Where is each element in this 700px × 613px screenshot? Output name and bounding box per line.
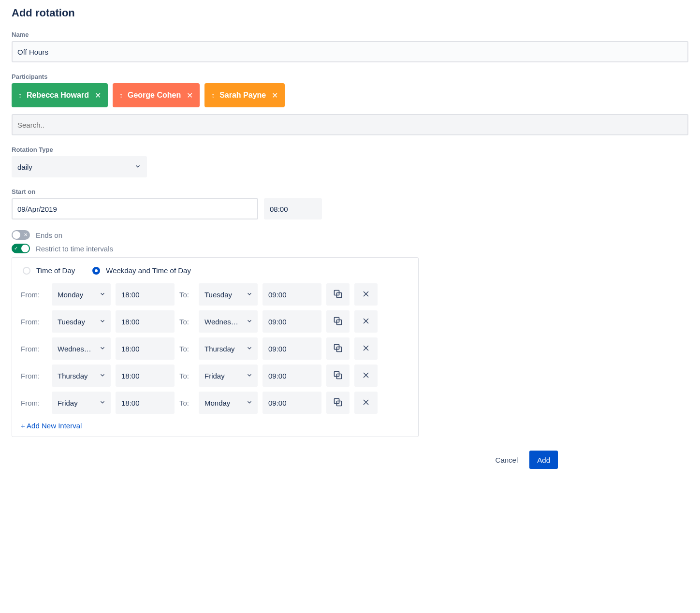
copy-icon <box>333 397 343 409</box>
radio-icon <box>92 267 100 275</box>
interval-row: From:Wednesday18:00To:Thursday09:00 <box>21 337 409 360</box>
participants-block: Participants ↕Rebecca Howard✕↕George Coh… <box>12 73 688 135</box>
participant-chip[interactable]: ↕Sarah Payne✕ <box>204 83 285 107</box>
ends-on-row: ✕ Ends on <box>12 230 688 240</box>
interval-row: From:Thursday18:00To:Friday09:00 <box>21 365 409 387</box>
to-day-select[interactable]: Thursday <box>199 337 258 360</box>
remove-interval-button[interactable] <box>354 310 378 333</box>
name-input[interactable] <box>12 41 688 62</box>
duplicate-interval-button[interactable] <box>326 283 350 306</box>
from-day-value: Wednesday <box>58 345 95 353</box>
to-time-input[interactable]: 09:00 <box>262 337 321 360</box>
from-day-select[interactable]: Monday <box>52 283 111 306</box>
from-day-select[interactable]: Wednesday <box>52 337 111 360</box>
to-day-select[interactable]: Friday <box>199 365 258 387</box>
restrict-label: Restrict to time intervals <box>36 245 113 253</box>
chevron-down-icon <box>246 291 253 299</box>
radio-weekday-time[interactable]: Weekday and Time of Day <box>92 266 191 275</box>
chevron-down-icon <box>99 345 106 353</box>
to-time-value: 09:00 <box>268 318 287 326</box>
close-icon <box>361 343 371 354</box>
add-interval-link[interactable]: + Add New Interval <box>21 422 82 430</box>
from-day-select[interactable]: Friday <box>52 392 111 414</box>
participant-chip[interactable]: ↕George Cohen✕ <box>113 83 200 107</box>
to-label: To: <box>179 345 194 353</box>
to-time-input[interactable]: 09:00 <box>262 310 321 333</box>
duplicate-interval-button[interactable] <box>326 392 350 414</box>
copy-icon <box>333 370 343 381</box>
dialog-footer: Cancel Add <box>12 451 558 469</box>
from-day-value: Tuesday <box>58 318 85 326</box>
radio-time-of-day[interactable]: Time of Day <box>23 266 75 275</box>
to-day-value: Tuesday <box>204 291 232 299</box>
rotation-type-select[interactable]: daily <box>12 156 147 177</box>
drag-handle-icon[interactable]: ↕ <box>119 91 123 99</box>
remove-icon[interactable]: ✕ <box>187 91 193 100</box>
radio-icon <box>23 267 30 275</box>
interval-row: From:Monday18:00To:Tuesday09:00 <box>21 283 409 306</box>
participant-chip[interactable]: ↕Rebecca Howard✕ <box>12 83 108 107</box>
to-day-value: Wednesday <box>204 318 242 326</box>
from-day-select[interactable]: Tuesday <box>52 310 111 333</box>
remove-interval-button[interactable] <box>354 337 378 360</box>
copy-icon <box>333 289 343 300</box>
start-date-input[interactable]: 09/Apr/2019 <box>12 198 258 219</box>
to-label: To: <box>179 291 194 299</box>
start-time-input[interactable]: 08:00 <box>264 198 322 219</box>
rotation-type-block: Rotation Type daily <box>12 146 688 177</box>
participants-chips: ↕Rebecca Howard✕↕George Cohen✕↕Sarah Pay… <box>12 83 688 107</box>
to-day-select[interactable]: Monday <box>199 392 258 414</box>
from-label: From: <box>21 318 47 326</box>
from-time-input[interactable]: 18:00 <box>116 365 175 387</box>
interval-row: From:Tuesday18:00To:Wednesday09:00 <box>21 310 409 333</box>
chevron-down-icon <box>99 318 106 326</box>
to-day-select[interactable]: Wednesday <box>199 310 258 333</box>
duplicate-interval-button[interactable] <box>326 310 350 333</box>
remove-icon[interactable]: ✕ <box>95 91 101 100</box>
participants-label: Participants <box>12 73 688 80</box>
to-time-input[interactable]: 09:00 <box>262 392 321 414</box>
chevron-down-icon <box>134 163 141 171</box>
from-time-input[interactable]: 18:00 <box>116 310 175 333</box>
from-day-select[interactable]: Thursday <box>52 365 111 387</box>
start-on-label: Start on <box>12 188 688 195</box>
page-title: Add rotation <box>12 7 688 19</box>
chevron-down-icon <box>99 372 106 380</box>
from-time-input[interactable]: 18:00 <box>116 392 175 414</box>
radio-label-time-of-day: Time of Day <box>36 266 75 275</box>
intervals-panel: Time of Day Weekday and Time of Day From… <box>12 257 419 437</box>
participant-name: Rebecca Howard <box>27 91 89 100</box>
participant-name: George Cohen <box>128 91 181 100</box>
from-time-value: 18:00 <box>121 345 140 353</box>
from-time-input[interactable]: 18:00 <box>116 337 175 360</box>
drag-handle-icon[interactable]: ↕ <box>18 91 22 99</box>
check-icon: ✓ <box>14 246 18 251</box>
from-time-value: 18:00 <box>121 291 140 299</box>
to-time-input[interactable]: 09:00 <box>262 283 321 306</box>
start-date-value: 09/Apr/2019 <box>17 205 57 213</box>
drag-handle-icon[interactable]: ↕ <box>211 91 215 99</box>
copy-icon <box>333 343 343 354</box>
remove-interval-button[interactable] <box>354 283 378 306</box>
duplicate-interval-button[interactable] <box>326 365 350 387</box>
ends-on-toggle[interactable]: ✕ <box>12 230 30 240</box>
remove-interval-button[interactable] <box>354 392 378 414</box>
restrict-toggle[interactable]: ✓ <box>12 244 30 253</box>
from-label: From: <box>21 345 47 353</box>
participant-name: Sarah Payne <box>219 91 266 100</box>
add-button[interactable]: Add <box>529 451 558 469</box>
duplicate-interval-button[interactable] <box>326 337 350 360</box>
to-day-select[interactable]: Tuesday <box>199 283 258 306</box>
chevron-down-icon <box>99 291 106 299</box>
from-label: From: <box>21 399 47 407</box>
cancel-button[interactable]: Cancel <box>488 451 526 469</box>
close-icon <box>361 370 371 381</box>
to-time-input[interactable]: 09:00 <box>262 365 321 387</box>
participants-search-input[interactable] <box>12 114 688 135</box>
chevron-down-icon <box>246 318 253 326</box>
remove-icon[interactable]: ✕ <box>272 91 278 100</box>
remove-interval-button[interactable] <box>354 365 378 387</box>
from-time-input[interactable]: 18:00 <box>116 283 175 306</box>
to-label: To: <box>179 318 194 326</box>
to-day-value: Monday <box>204 399 230 407</box>
